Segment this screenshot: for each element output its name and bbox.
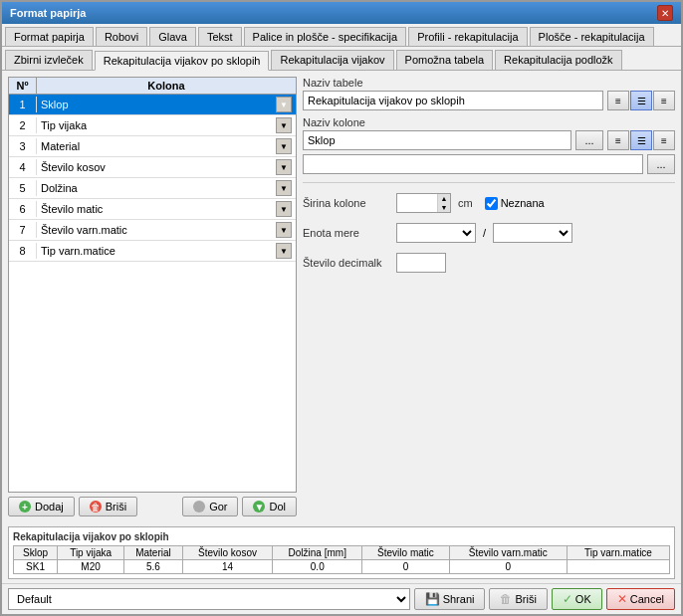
naziv-tabele-input[interactable]: [303, 91, 603, 110]
dropdown-arrow[interactable]: ▼: [276, 180, 292, 196]
spin-arrows: ▲ ▼: [437, 194, 450, 212]
align-right-btn[interactable]: ≡: [653, 91, 675, 110]
title-bar: Format papirja ✕: [2, 2, 681, 24]
dropdown-arrow[interactable]: ▼: [276, 97, 292, 112]
tab-rekapitulacija-podlozk[interactable]: Rekapitulacija podložk: [495, 50, 621, 70]
dropdown-arrow[interactable]: ▼: [276, 222, 292, 238]
tab-pomocna[interactable]: Pomožna tabela: [396, 50, 494, 70]
tab-ploscine[interactable]: Plošče - rekapitulacija: [530, 27, 654, 46]
dropdown-arrow[interactable]: ▼: [276, 159, 292, 175]
preview-col-tip-vijaka: Tip vijaka: [58, 546, 124, 560]
tab-glava[interactable]: Glava: [149, 27, 196, 46]
naziv-kolone-input2[interactable]: [303, 154, 643, 174]
row-val: Število kosov ▼: [37, 157, 296, 177]
naziv-tabele-label: Naziv tabele: [303, 77, 675, 89]
tab-zbirni[interactable]: Zbirni izvleček: [5, 50, 93, 70]
brisi-footer-button[interactable]: 🗑 Briši: [489, 588, 547, 610]
delete-footer-icon: 🗑: [500, 592, 512, 606]
row-num: 5: [9, 180, 37, 196]
tab-palice[interactable]: Palice in plošče - specifikacija: [244, 27, 407, 46]
preview-col-sklop: Sklop: [14, 546, 58, 560]
tab-rekapitulacija-vijakov[interactable]: Rekapitulacija vijakov: [271, 50, 393, 70]
sirina-kolone-row: Širina kolone ▲ ▼ cm Neznana: [303, 193, 675, 213]
naziv-kolone-input[interactable]: [303, 130, 571, 150]
shrani-button[interactable]: 💾 Shrani: [414, 588, 486, 610]
table-header: Nº Kolona: [9, 78, 296, 95]
tab-bar-second: Zbirni izvleček Rekapitulacija vijakov p…: [2, 47, 681, 71]
preview-cell: SK1: [14, 560, 58, 574]
tab-robovi[interactable]: Robovi: [96, 27, 147, 46]
align-group-tabele: ≡ ☰ ≡: [607, 91, 675, 110]
row-num: 6: [9, 201, 37, 217]
columns-table: Nº Kolona 1 Sklop ▼ 2 Tip vijaka ▼: [8, 77, 297, 493]
dropdown-arrow[interactable]: ▼: [276, 243, 292, 259]
enota-mere-select2[interactable]: [493, 223, 572, 243]
separator: [303, 182, 675, 183]
row-num: 2: [9, 117, 37, 133]
preview-cell: 14: [182, 560, 273, 574]
naziv-tabele-group: Naziv tabele ≡ ☰ ≡: [303, 77, 675, 110]
neznana-label: Neznana: [501, 197, 545, 209]
up-icon: [193, 501, 205, 513]
align-center-col-btn[interactable]: ☰: [630, 130, 652, 150]
table-row[interactable]: 3 Material ▼: [9, 136, 296, 157]
row-num: 4: [9, 159, 37, 175]
tab-bar-top: Format papirja Robovi Glava Tekst Palice…: [2, 24, 681, 47]
default-select[interactable]: Default: [8, 588, 410, 610]
table-row[interactable]: 2 Tip vijaka ▼: [9, 115, 296, 136]
ok-button[interactable]: ✓ OK: [552, 588, 602, 610]
sirina-kolone-label: Širina kolone: [303, 197, 392, 209]
table-row[interactable]: 8 Tip varn.matice ▼: [9, 241, 296, 262]
row-val: Dolžina ▼: [37, 178, 296, 198]
enota-mere-label: Enota mere: [303, 227, 392, 239]
preview-col-dolzina: Dolžina [mm]: [273, 546, 362, 560]
spin-down[interactable]: ▼: [438, 203, 450, 212]
dropdown-arrow[interactable]: ▼: [276, 201, 292, 217]
row-num: 8: [9, 243, 37, 259]
preview-col-tip-varn: Tip varn.matice: [567, 546, 669, 560]
dots-btn-2[interactable]: ...: [647, 154, 675, 174]
enota-mere-row: Enota mere /: [303, 223, 675, 243]
cancel-button[interactable]: ✕ Cancel: [606, 588, 675, 610]
table-row[interactable]: 1 Sklop ▼: [9, 95, 296, 115]
align-center-btn[interactable]: ☰: [630, 91, 652, 110]
dropdown-arrow[interactable]: ▼: [276, 138, 292, 154]
gor-button[interactable]: Gor: [182, 497, 238, 516]
stevilo-decimalk-row: Število decimalk: [303, 253, 675, 273]
align-left-col-btn[interactable]: ≡: [607, 130, 629, 150]
row-val: Tip vijaka ▼: [37, 115, 296, 135]
dropdown-arrow[interactable]: ▼: [276, 117, 292, 133]
preview-cell: [567, 560, 669, 574]
naziv-kolone-row1: ... ≡ ☰ ≡: [303, 130, 675, 150]
tab-rekapitulacija-po-sklopih[interactable]: Rekapitulacija vijakov po sklopih: [95, 51, 270, 71]
table-row[interactable]: 4 Število kosov ▼: [9, 157, 296, 178]
stevilo-decimalk-label: Število decimalk: [303, 257, 392, 269]
align-left-btn[interactable]: ≡: [607, 91, 629, 110]
stevilo-decimalk-input[interactable]: [396, 253, 446, 273]
sirina-kolone-input[interactable]: [397, 194, 437, 212]
tab-tekst[interactable]: Tekst: [198, 27, 242, 46]
row-num: 3: [9, 138, 37, 154]
row-val: Sklop ▼: [37, 95, 296, 114]
dol-button[interactable]: ▼ Dol: [242, 497, 297, 516]
align-right-col-btn[interactable]: ≡: [653, 130, 675, 150]
tab-format-papirja[interactable]: Format papirja: [5, 27, 94, 46]
tab-profili[interactable]: Profili - rekapitulacija: [408, 27, 527, 46]
enota-mere-select1[interactable]: [396, 223, 476, 243]
spin-up[interactable]: ▲: [438, 194, 450, 203]
dodaj-button[interactable]: + Dodaj: [8, 497, 75, 516]
bottom-preview: Rekapitulacija vijakov po sklopih Sklop …: [8, 526, 675, 579]
table-row[interactable]: 7 Število varn.matic ▼: [9, 220, 296, 241]
brisi-left-button[interactable]: 🗑 Briši: [79, 497, 137, 516]
row-val: Število varn.matic ▼: [37, 220, 296, 240]
table-row[interactable]: 6 Število matic ▼: [9, 199, 296, 220]
table-row[interactable]: 5 Dolžina ▼: [9, 178, 296, 199]
second-dots-row: ...: [303, 154, 675, 174]
close-button[interactable]: ✕: [657, 5, 673, 21]
dots-btn-1[interactable]: ...: [575, 130, 603, 150]
preview-cell: 0: [362, 560, 450, 574]
sirina-kolone-input-wrap: ▲ ▼: [396, 193, 451, 213]
col-header-kolona: Kolona: [37, 78, 296, 94]
neznana-checkbox[interactable]: [485, 197, 498, 210]
preview-col-stevilo-varn: Število varn.matic: [449, 546, 567, 560]
